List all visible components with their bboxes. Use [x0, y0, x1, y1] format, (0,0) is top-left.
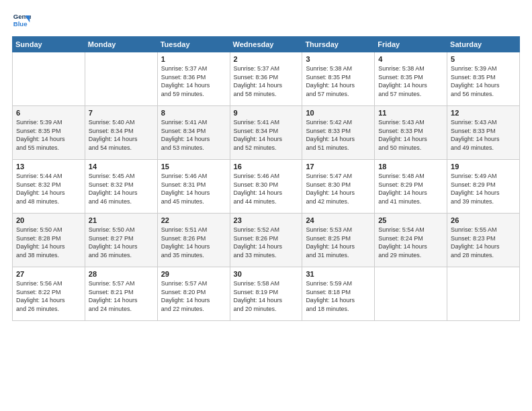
cell-info: Sunrise: 5:50 AM Sunset: 8:28 PM Dayligh… — [16, 226, 81, 259]
cell-info: Sunrise: 5:56 AM Sunset: 8:22 PM Dayligh… — [16, 279, 81, 313]
day-number: 21 — [89, 216, 154, 224]
day-number: 31 — [306, 270, 371, 278]
week-row-3: 13Sunrise: 5:44 AM Sunset: 8:32 PM Dayli… — [13, 160, 520, 214]
day-number: 26 — [451, 216, 516, 224]
cell-info: Sunrise: 5:50 AM Sunset: 8:27 PM Dayligh… — [89, 226, 154, 259]
day-number: 8 — [161, 109, 226, 117]
day-number: 13 — [16, 163, 81, 171]
cell-info: Sunrise: 5:45 AM Sunset: 8:32 PM Dayligh… — [89, 172, 154, 205]
day-number: 28 — [89, 270, 154, 278]
cell-info: Sunrise: 5:37 AM Sunset: 8:36 PM Dayligh… — [161, 64, 226, 98]
calendar-cell: 16Sunrise: 5:46 AM Sunset: 8:30 PM Dayli… — [230, 160, 302, 214]
calendar-cell: 9Sunrise: 5:41 AM Sunset: 8:34 PM Daylig… — [230, 106, 302, 160]
day-header-monday: Monday — [85, 37, 157, 52]
calendar-cell: 11Sunrise: 5:43 AM Sunset: 8:33 PM Dayli… — [375, 106, 447, 160]
calendar-cell: 19Sunrise: 5:49 AM Sunset: 8:29 PM Dayli… — [447, 160, 520, 214]
day-number: 6 — [16, 109, 81, 117]
day-header-wednesday: Wednesday — [230, 37, 302, 52]
calendar-cell: 27Sunrise: 5:56 AM Sunset: 8:22 PM Dayli… — [13, 267, 85, 321]
calendar-cell: 18Sunrise: 5:48 AM Sunset: 8:29 PM Dayli… — [375, 160, 447, 214]
cell-info: Sunrise: 5:53 AM Sunset: 8:25 PM Dayligh… — [306, 226, 371, 259]
cell-info: Sunrise: 5:46 AM Sunset: 8:31 PM Dayligh… — [161, 172, 226, 205]
calendar-cell — [85, 52, 157, 106]
cell-info: Sunrise: 5:58 AM Sunset: 8:19 PM Dayligh… — [234, 279, 299, 313]
day-number: 11 — [378, 109, 443, 117]
cell-info: Sunrise: 5:40 AM Sunset: 8:34 PM Dayligh… — [89, 118, 154, 152]
calendar-table: SundayMondayTuesdayWednesdayThursdayFrid… — [12, 36, 520, 321]
day-number: 12 — [451, 109, 516, 117]
day-number: 2 — [234, 55, 299, 63]
day-header-sunday: Sunday — [13, 37, 85, 52]
calendar-cell: 15Sunrise: 5:46 AM Sunset: 8:31 PM Dayli… — [157, 160, 230, 214]
cell-info: Sunrise: 5:48 AM Sunset: 8:29 PM Dayligh… — [378, 172, 443, 205]
day-number: 22 — [161, 216, 226, 224]
day-number: 16 — [234, 163, 299, 171]
calendar-cell: 13Sunrise: 5:44 AM Sunset: 8:32 PM Dayli… — [13, 160, 85, 214]
calendar-cell: 4Sunrise: 5:38 AM Sunset: 8:35 PM Daylig… — [375, 52, 447, 106]
calendar-cell: 12Sunrise: 5:43 AM Sunset: 8:33 PM Dayli… — [447, 106, 520, 160]
day-number: 18 — [378, 163, 443, 171]
cell-info: Sunrise: 5:54 AM Sunset: 8:24 PM Dayligh… — [378, 226, 443, 259]
day-header-thursday: Thursday — [302, 37, 375, 52]
calendar-cell: 23Sunrise: 5:52 AM Sunset: 8:26 PM Dayli… — [230, 214, 302, 267]
day-number: 24 — [306, 216, 371, 224]
calendar-cell: 8Sunrise: 5:41 AM Sunset: 8:34 PM Daylig… — [157, 106, 230, 160]
cell-info: Sunrise: 5:44 AM Sunset: 8:32 PM Dayligh… — [16, 172, 81, 205]
week-row-1: 1Sunrise: 5:37 AM Sunset: 8:36 PM Daylig… — [13, 52, 520, 106]
day-number: 10 — [306, 109, 371, 117]
day-number: 7 — [89, 109, 154, 117]
calendar-cell: 6Sunrise: 5:39 AM Sunset: 8:35 PM Daylig… — [13, 106, 85, 160]
logo: General Blue — [12, 11, 31, 30]
cell-info: Sunrise: 5:38 AM Sunset: 8:35 PM Dayligh… — [306, 64, 371, 98]
calendar-cell: 5Sunrise: 5:39 AM Sunset: 8:35 PM Daylig… — [447, 52, 520, 106]
cell-info: Sunrise: 5:51 AM Sunset: 8:26 PM Dayligh… — [161, 226, 226, 259]
calendar-cell: 7Sunrise: 5:40 AM Sunset: 8:34 PM Daylig… — [85, 106, 157, 160]
day-number: 3 — [306, 55, 371, 63]
calendar-cell: 22Sunrise: 5:51 AM Sunset: 8:26 PM Dayli… — [157, 214, 230, 267]
day-number: 9 — [234, 109, 299, 117]
day-number: 17 — [306, 163, 371, 171]
day-number: 4 — [378, 55, 443, 63]
cell-info: Sunrise: 5:41 AM Sunset: 8:34 PM Dayligh… — [161, 118, 226, 152]
day-number: 29 — [161, 270, 226, 278]
calendar-cell — [13, 52, 85, 106]
week-row-5: 27Sunrise: 5:56 AM Sunset: 8:22 PM Dayli… — [13, 267, 520, 321]
calendar-cell — [447, 267, 520, 321]
calendar-cell: 26Sunrise: 5:55 AM Sunset: 8:23 PM Dayli… — [447, 214, 520, 267]
day-number: 30 — [234, 270, 299, 278]
page-header: General Blue — [12, 11, 520, 30]
cell-info: Sunrise: 5:39 AM Sunset: 8:35 PM Dayligh… — [16, 118, 81, 152]
day-number: 25 — [378, 216, 443, 224]
cell-info: Sunrise: 5:39 AM Sunset: 8:35 PM Dayligh… — [451, 64, 516, 98]
calendar-cell: 10Sunrise: 5:42 AM Sunset: 8:33 PM Dayli… — [302, 106, 375, 160]
calendar-cell: 14Sunrise: 5:45 AM Sunset: 8:32 PM Dayli… — [85, 160, 157, 214]
cell-info: Sunrise: 5:43 AM Sunset: 8:33 PM Dayligh… — [451, 118, 516, 152]
calendar-cell: 2Sunrise: 5:37 AM Sunset: 8:36 PM Daylig… — [230, 52, 302, 106]
calendar-cell — [375, 267, 447, 321]
calendar-cell: 29Sunrise: 5:57 AM Sunset: 8:20 PM Dayli… — [157, 267, 230, 321]
calendar-cell: 25Sunrise: 5:54 AM Sunset: 8:24 PM Dayli… — [375, 214, 447, 267]
week-row-4: 20Sunrise: 5:50 AM Sunset: 8:28 PM Dayli… — [13, 214, 520, 267]
cell-info: Sunrise: 5:55 AM Sunset: 8:23 PM Dayligh… — [451, 226, 516, 259]
calendar-cell: 1Sunrise: 5:37 AM Sunset: 8:36 PM Daylig… — [157, 52, 230, 106]
day-number: 27 — [16, 270, 81, 278]
calendar-cell: 20Sunrise: 5:50 AM Sunset: 8:28 PM Dayli… — [13, 214, 85, 267]
day-number: 20 — [16, 216, 81, 224]
cell-info: Sunrise: 5:57 AM Sunset: 8:21 PM Dayligh… — [89, 279, 154, 313]
logo-icon: General Blue — [12, 11, 31, 30]
calendar-cell: 24Sunrise: 5:53 AM Sunset: 8:25 PM Dayli… — [302, 214, 375, 267]
cell-info: Sunrise: 5:49 AM Sunset: 8:29 PM Dayligh… — [451, 172, 516, 205]
cell-info: Sunrise: 5:43 AM Sunset: 8:33 PM Dayligh… — [378, 118, 443, 152]
calendar-cell: 31Sunrise: 5:59 AM Sunset: 8:18 PM Dayli… — [302, 267, 375, 321]
day-number: 19 — [451, 163, 516, 171]
day-number: 15 — [161, 163, 226, 171]
svg-text:Blue: Blue — [13, 20, 28, 28]
cell-info: Sunrise: 5:41 AM Sunset: 8:34 PM Dayligh… — [234, 118, 299, 152]
day-header-tuesday: Tuesday — [157, 37, 230, 52]
calendar-cell: 21Sunrise: 5:50 AM Sunset: 8:27 PM Dayli… — [85, 214, 157, 267]
day-number: 5 — [451, 55, 516, 63]
cell-info: Sunrise: 5:47 AM Sunset: 8:30 PM Dayligh… — [306, 172, 371, 205]
calendar-cell: 17Sunrise: 5:47 AM Sunset: 8:30 PM Dayli… — [302, 160, 375, 214]
day-header-friday: Friday — [375, 37, 447, 52]
week-row-2: 6Sunrise: 5:39 AM Sunset: 8:35 PM Daylig… — [13, 106, 520, 160]
